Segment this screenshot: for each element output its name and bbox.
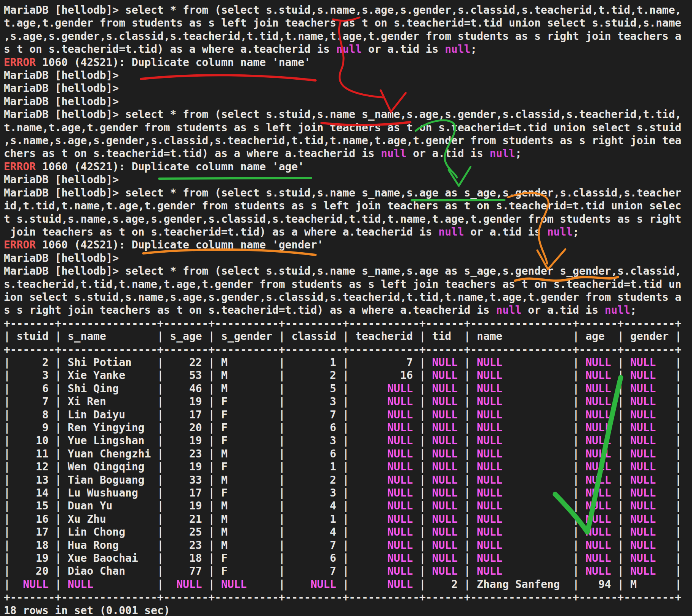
terminal-line: | 6 | Shi Qing | 46 | M | 5 | NULL | NUL… [4,382,681,395]
terminal-line: ,s.age,s.gender,s.classid,s.teacherid,t.… [4,30,681,43]
terminal-line: | 18 | Hua Rong | 23 | M | 7 | NULL | NU… [4,539,681,552]
terminal-line: | 20 | Diao Chan | 77 | F | 7 | NULL | N… [4,565,681,578]
terminal-line: MariaDB [hellodb]> [4,82,681,95]
terminal-line: | 15 | Duan Yu | 19 | M | 4 | NULL | NUL… [4,500,681,512]
terminal-line: | 3 | Xie Yanke | 53 | M | 2 | 16 | NULL… [4,369,681,382]
terminal-line: MariaDB [hellodb]> [4,69,681,82]
terminal-line: ion select s.stuid,s.name,s.age,s.gender… [4,291,681,304]
terminal-line: ERROR 1060 (42S21): Duplicate column nam… [4,160,681,173]
terminal-lines: MariaDB [hellodb]> select * from (select… [4,4,681,604]
terminal-line: MariaDB [hellodb]> select * from (select… [4,187,681,200]
terminal-line: MariaDB [hellodb]> [4,95,681,108]
terminal-line: ERROR 1060 (42S21): Duplicate column nam… [4,239,681,251]
terminal-line: | 11 | Yuan Chengzhi | 23 | M | 6 | NULL… [4,448,681,460]
terminal-line: t s.stuid,s.name,s.age,s.gender,s.classi… [4,213,681,226]
terminal-line: | 19 | Xue Baochai | 18 | F | 6 | NULL |… [4,552,681,565]
terminal-line: join teachers as t on s.teacherid=t.tid)… [4,226,681,239]
terminal-line: MariaDB [hellodb]> [4,173,681,186]
terminal-line: | 12 | Wen Qingqing | 19 | F | 1 | NULL … [4,460,681,473]
terminal-line: s.teacherid,t.tid,t.name,t.age,t.gender … [4,278,681,291]
terminal-line: | 7 | Xi Ren | 19 | F | 3 | NULL | NULL … [4,395,681,408]
terminal-line: | 8 | Lin Daiyu | 17 | F | 7 | NULL | NU… [4,409,681,421]
terminal-line: | 17 | Lin Chong | 25 | M | 4 | NULL | N… [4,526,681,539]
terminal-line: | 9 | Ren Yingying | 20 | F | 6 | NULL |… [4,421,681,434]
terminal-line: id,t.tid,t.name,t.age,t.gender from stud… [4,200,681,212]
terminal-output: MariaDB [hellodb]> select * from (select… [0,0,681,616]
terminal-line: s t on s.teacherid=t.tid) as a where a.t… [4,43,681,56]
terminal-line: t.age,t.gender from students as s left j… [4,17,681,30]
terminal-line: MariaDB [hellodb]> [4,252,681,265]
terminal-line: +-------+---------------+-------+-------… [4,591,681,604]
terminal-line: MariaDB [hellodb]> select * from (select… [4,265,681,278]
terminal-line: s s right join teachers as t on s.teache… [4,304,681,317]
terminal-line: ,s.name,s.age,s.gender,s.classid,s.teach… [4,134,681,147]
terminal-line: | 14 | Lu Wushuang | 17 | F | 3 | NULL |… [4,487,681,500]
result-summary: 18 rows in set (0.001 sec) [4,604,681,616]
terminal-line: MariaDB [hellodb]> select * from (select… [4,108,681,121]
terminal-line: | 13 | Tian Boguang | 33 | M | 2 | NULL … [4,474,681,487]
terminal-line: | stuid | s_name | s_age | s_gender | cl… [4,330,681,343]
terminal-line: | 2 | Shi Potian | 22 | M | 1 | 7 | NULL… [4,356,681,369]
terminal-line: MariaDB [hellodb]> select * from (select… [4,4,681,17]
terminal-line: | 16 | Xu Zhu | 21 | M | 1 | NULL | NULL… [4,513,681,526]
terminal-line: | NULL | NULL | NULL | NULL | NULL | NUL… [4,578,681,591]
terminal-line: | 10 | Yue Lingshan | 19 | F | 3 | NULL … [4,434,681,447]
terminal-line: +-------+---------------+-------+-------… [4,343,681,356]
terminal-line: t.name,t.age,t.gender from students as s… [4,121,681,134]
terminal-line: ERROR 1060 (42S21): Duplicate column nam… [4,56,681,69]
terminal-line: +-------+---------------+-------+-------… [4,317,681,330]
terminal-line: chers as t on s.teacherid=t.tid) as a wh… [4,147,681,160]
